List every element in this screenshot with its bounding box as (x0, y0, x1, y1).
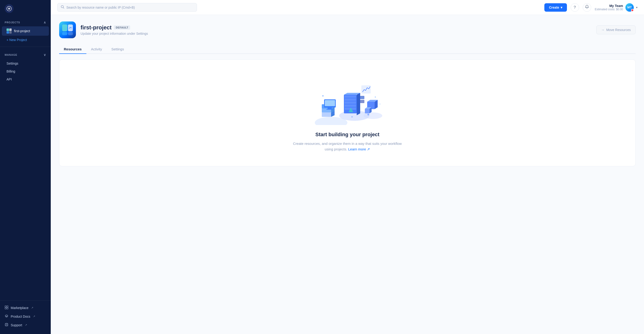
support-external-icon: ↗ (25, 323, 27, 326)
support-label: Support (11, 323, 22, 327)
project-title-area: first-project DEFAULT Update your projec… (80, 24, 148, 36)
team-cost: Estimated costs: $0.00 (595, 8, 623, 11)
svg-rect-20 (325, 100, 335, 106)
svg-rect-5 (5, 308, 6, 309)
tab-activity-label: Activity (91, 47, 102, 51)
svg-rect-35 (365, 109, 370, 113)
learn-more-link[interactable]: Learn more ↗ (348, 147, 370, 151)
empty-state-description: Create resources, and organize them in a… (289, 141, 406, 152)
tab-settings[interactable]: Settings (107, 45, 128, 54)
help-button[interactable]: ? (571, 3, 579, 12)
svg-point-8 (6, 324, 7, 325)
projects-chevron[interactable]: ∧ (44, 21, 46, 24)
help-icon: ? (574, 5, 576, 10)
manage-chevron[interactable]: ∨ (44, 53, 46, 57)
sidebar-item-support[interactable]: Support ↗ (0, 321, 51, 329)
top-header: Search by resource name or public IP (Cm… (51, 0, 644, 15)
svg-rect-26 (344, 98, 356, 101)
manage-section-header: MANAGE ∨ (0, 50, 51, 59)
svg-point-37 (351, 116, 353, 118)
sidebar-item-first-project[interactable]: first-project (2, 26, 49, 36)
team-text: My Team Estimated costs: $0.00 (595, 4, 623, 11)
project-name-row: first-project DEFAULT (80, 24, 148, 31)
projects-section-header: PROJECTS ∧ (0, 17, 51, 26)
sidebar-logo (0, 0, 51, 17)
svg-point-2 (8, 8, 10, 9)
avatar-badge (631, 9, 634, 12)
marketplace-label: Marketplace (11, 306, 28, 310)
projects-label: PROJECTS (5, 21, 20, 24)
create-button-label: Create (549, 6, 559, 9)
tab-resources[interactable]: Resources (59, 45, 86, 54)
sidebar-item-api[interactable]: API (0, 75, 51, 83)
svg-rect-28 (344, 104, 356, 107)
empty-illustration (310, 74, 385, 125)
team-name: My Team (595, 4, 623, 8)
tab-resources-label: Resources (64, 47, 82, 51)
api-label: API (6, 77, 12, 81)
avatar: MT (625, 3, 634, 12)
sidebar-divider (0, 47, 51, 47)
empty-state-title: Start building your project (315, 131, 379, 138)
product-docs-external-icon: ↗ (33, 315, 35, 318)
tabs-row: Resources Activity Settings (59, 45, 636, 54)
sidebar-bottom: Marketplace ↗ Product Docs ↗ (0, 298, 51, 334)
svg-rect-4 (7, 306, 8, 307)
bell-icon (585, 5, 589, 10)
search-bar[interactable]: Search by resource name or public IP (Cm… (57, 3, 197, 12)
logo-icon (5, 4, 14, 13)
team-chevron-icon: ▾ (636, 6, 638, 9)
support-icon (5, 323, 8, 327)
search-placeholder: Search by resource name or public IP (Cm… (66, 6, 135, 9)
page-content: first-project DEFAULT Update your projec… (51, 15, 644, 334)
sidebar-bottom-divider (0, 300, 51, 301)
svg-point-36 (332, 112, 334, 114)
settings-label: Settings (6, 62, 18, 65)
tab-settings-label: Settings (111, 47, 124, 51)
grid-icon (5, 305, 8, 310)
sidebar-item-marketplace[interactable]: Marketplace ↗ (0, 303, 51, 312)
move-resources-arrow: → (601, 28, 604, 32)
svg-rect-25 (344, 95, 356, 98)
project-name: first-project (80, 24, 112, 31)
new-project-button[interactable]: + New Project (2, 36, 49, 44)
project-subtitle: Update your project information under Se… (80, 32, 148, 36)
new-project-label: + New Project (6, 38, 27, 42)
header-actions: Create ▾ ? My Team Estimated co (544, 3, 638, 12)
svg-rect-31 (360, 96, 364, 99)
svg-point-38 (368, 114, 369, 115)
notifications-button[interactable] (583, 3, 591, 12)
svg-rect-32 (360, 100, 364, 103)
billing-label: Billing (6, 70, 15, 73)
project-icon (59, 22, 76, 38)
svg-rect-22 (326, 109, 333, 110)
svg-line-14 (63, 8, 64, 9)
sidebar-item-settings[interactable]: Settings (0, 60, 51, 67)
svg-point-42 (380, 104, 380, 104)
empty-state-description-text: Create resources, and organize them in a… (293, 141, 402, 151)
create-button[interactable]: Create ▾ (544, 3, 567, 12)
layers-icon (5, 314, 8, 319)
create-chevron: ▾ (561, 6, 562, 9)
search-icon (61, 5, 64, 10)
svg-point-33 (364, 112, 382, 119)
manage-label: MANAGE (5, 53, 17, 56)
sidebar: PROJECTS ∧ first-project + New Project M… (0, 0, 51, 334)
main-content: Search by resource name or public IP (Cm… (51, 0, 644, 334)
svg-rect-27 (344, 101, 356, 104)
sidebar-item-billing[interactable]: Billing (0, 67, 51, 75)
svg-rect-6 (7, 308, 8, 309)
svg-rect-16 (322, 112, 331, 117)
move-resources-button[interactable]: → Move Resources (596, 26, 636, 34)
sidebar-item-product-docs[interactable]: Product Docs ↗ (0, 312, 51, 321)
move-resources-label: Move Resources (606, 28, 631, 32)
project-header: first-project DEFAULT Update your projec… (59, 22, 636, 38)
team-info[interactable]: My Team Estimated costs: $0.00 MT ▾ (595, 3, 638, 12)
default-badge: DEFAULT (114, 26, 130, 30)
svg-rect-21 (328, 107, 332, 109)
sidebar-project-name: first-project (14, 29, 30, 33)
marketplace-external-icon: ↗ (31, 306, 33, 309)
tab-activity[interactable]: Activity (86, 45, 107, 54)
manage-items: Settings Billing API (0, 59, 51, 84)
svg-point-40 (322, 95, 324, 97)
